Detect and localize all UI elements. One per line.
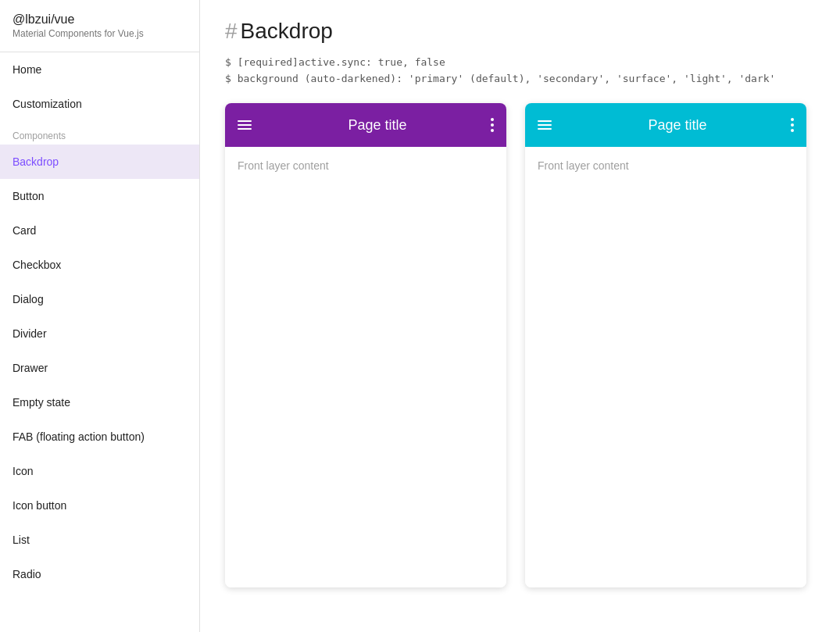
sidebar-item-radio[interactable]: Radio <box>0 557 199 591</box>
demo-content-teal: Front layer content <box>525 147 806 587</box>
main-content: #Backdrop $ [required]active.sync: true,… <box>200 0 840 632</box>
sidebar-item-backdrop[interactable]: Backdrop <box>0 145 199 179</box>
prop-line-2: $ background (auto-darkened): 'primary' … <box>225 73 815 84</box>
menu-icon-purple[interactable] <box>238 120 252 130</box>
more-icon-teal[interactable] <box>791 118 794 132</box>
demo-content-purple: Front layer content <box>225 147 506 587</box>
page-title-hash: # <box>225 19 238 43</box>
sidebar-section-components: Components <box>0 121 199 145</box>
sidebar-item-drawer[interactable]: Drawer <box>0 351 199 385</box>
sidebar-brand: @lbzui/vue <box>13 12 187 27</box>
front-layer-text-teal: Front layer content <box>538 159 629 172</box>
page-title: #Backdrop <box>225 19 815 44</box>
demo-toolbar-title-teal: Page title <box>564 117 791 134</box>
sidebar-item-list[interactable]: List <box>0 523 199 557</box>
menu-icon-teal[interactable] <box>538 120 552 130</box>
prop-line-1: $ [required]active.sync: true, false <box>225 56 815 68</box>
sidebar: @lbzui/vue Material Components for Vue.j… <box>0 0 200 632</box>
sidebar-item-checkbox[interactable]: Checkbox <box>0 248 199 282</box>
sidebar-item-card[interactable]: Card <box>0 213 199 248</box>
demos-row: Page title Front layer content Page titl… <box>225 103 815 587</box>
demo-toolbar-purple: Page title <box>225 103 506 147</box>
sidebar-item-fab[interactable]: FAB (floating action button) <box>0 420 199 454</box>
sidebar-item-home[interactable]: Home <box>0 52 199 87</box>
sidebar-item-dialog[interactable]: Dialog <box>0 282 199 316</box>
sidebar-item-empty-state[interactable]: Empty state <box>0 385 199 420</box>
demo-card-purple: Page title Front layer content <box>225 103 506 587</box>
sidebar-subtitle: Material Components for Vue.js <box>13 28 187 39</box>
more-icon-purple[interactable] <box>491 118 494 132</box>
demo-card-teal: Page title Front layer content <box>525 103 806 587</box>
demo-toolbar-teal: Page title <box>525 103 806 147</box>
sidebar-scroll: Home Customization Components Backdrop B… <box>0 52 199 632</box>
sidebar-item-customization[interactable]: Customization <box>0 87 199 121</box>
sidebar-item-divider[interactable]: Divider <box>0 316 199 351</box>
front-layer-text-purple: Front layer content <box>238 159 329 172</box>
demo-toolbar-title-purple: Page title <box>264 117 491 134</box>
sidebar-item-icon-button[interactable]: Icon button <box>0 488 199 523</box>
sidebar-item-button[interactable]: Button <box>0 179 199 213</box>
sidebar-item-icon[interactable]: Icon <box>0 454 199 488</box>
sidebar-header: @lbzui/vue Material Components for Vue.j… <box>0 0 199 52</box>
